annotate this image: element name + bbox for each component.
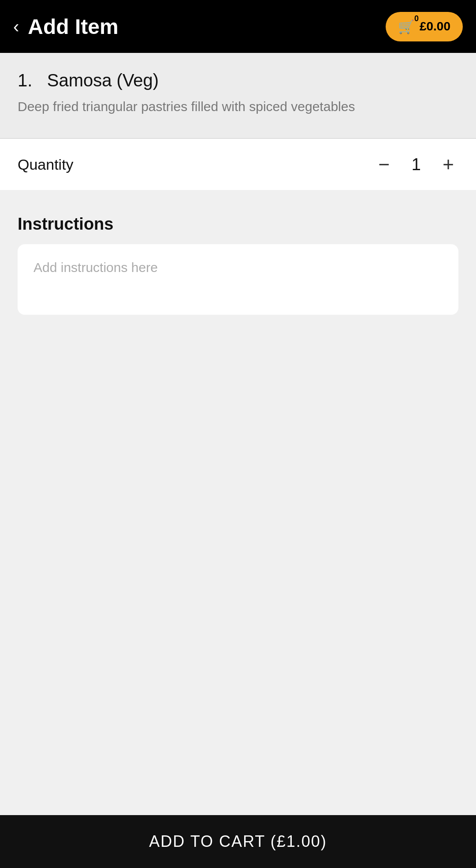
cart-icon: 🛒 bbox=[398, 19, 414, 34]
quantity-increment-button[interactable]: + bbox=[438, 155, 458, 174]
header-left: ‹ Add Item bbox=[13, 15, 119, 39]
instructions-input[interactable] bbox=[18, 244, 458, 315]
cart-badge: 0 bbox=[414, 15, 419, 22]
cart-price: £0.00 bbox=[420, 19, 450, 34]
item-name: 1. Samosa (Veg) bbox=[18, 71, 458, 90]
item-number: 1. bbox=[18, 71, 32, 90]
quantity-decrement-button[interactable]: − bbox=[374, 155, 394, 174]
quantity-value: 1 bbox=[407, 155, 425, 174]
quantity-controls: − 1 + bbox=[374, 155, 458, 174]
quantity-section: Quantity − 1 + bbox=[0, 139, 476, 190]
app-header: ‹ Add Item 🛒 0 £0.00 bbox=[0, 0, 476, 53]
cart-icon-wrap: 🛒 0 bbox=[398, 19, 414, 34]
add-to-cart-button[interactable]: ADD TO CART (£1.00) bbox=[0, 815, 476, 868]
instructions-section: Instructions bbox=[0, 197, 476, 330]
back-button[interactable]: ‹ bbox=[13, 18, 19, 35]
section-divider bbox=[0, 190, 476, 197]
page-title: Add Item bbox=[28, 15, 118, 39]
item-info-section: 1. Samosa (Veg) Deep fried triangular pa… bbox=[0, 53, 476, 138]
cart-button[interactable]: 🛒 0 £0.00 bbox=[386, 12, 463, 41]
instructions-title: Instructions bbox=[18, 215, 458, 234]
item-description: Deep fried triangular pastries filled wi… bbox=[18, 97, 458, 116]
quantity-label: Quantity bbox=[18, 156, 74, 173]
content-spacer bbox=[0, 330, 476, 815]
add-to-cart-label: ADD TO CART (£1.00) bbox=[149, 832, 327, 851]
item-name-text: Samosa (Veg) bbox=[47, 71, 159, 90]
